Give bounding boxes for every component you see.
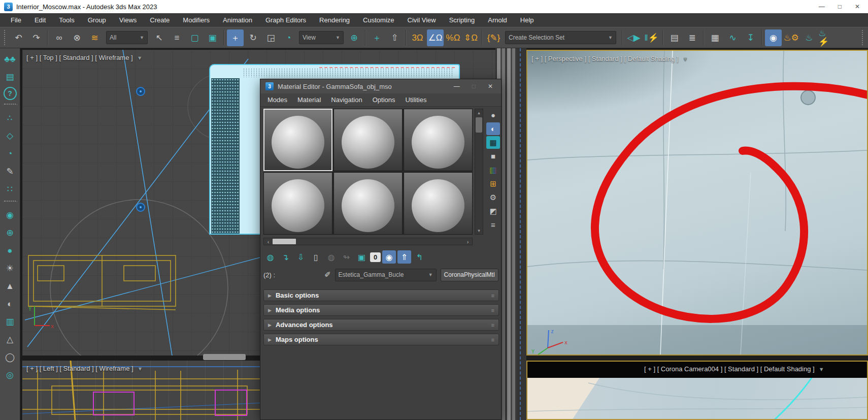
material-slot[interactable] (404, 172, 473, 235)
menu-item[interactable]: File (4, 13, 28, 27)
sample-uv-tiling-icon[interactable]: ■ (486, 150, 500, 163)
slots-horizontal-scrollbar[interactable]: ‹ › (263, 238, 473, 245)
viewport-perspective[interactable]: Y x z [ + ] [ Perspective ] [ Standard ]… (526, 50, 868, 356)
menu-item[interactable]: Utilities (400, 93, 432, 106)
rollout-grip-icon[interactable]: ≡ (491, 307, 494, 313)
rendered-frame-window-icon[interactable]: ♨ (800, 29, 817, 46)
options-icon[interactable]: ⚙ (486, 191, 500, 204)
rollout-grip-icon[interactable]: ≡ (491, 322, 494, 328)
select-and-link-icon[interactable]: ∞ (51, 29, 68, 46)
menu-item[interactable]: Views (113, 13, 143, 27)
material-id-channel-icon[interactable]: 0 (370, 252, 381, 262)
layer-explorer-icon[interactable]: ≣ (684, 29, 700, 46)
reference-coordinate-system-dropdown[interactable]: View ▼ (299, 31, 344, 44)
viewport-filter-icon[interactable]: ▼ (137, 55, 143, 61)
select-by-material-icon[interactable]: ◩ (486, 205, 500, 217)
menu-item[interactable]: Arnold (481, 13, 514, 27)
minimize-button[interactable]: — (819, 3, 825, 10)
menu-item[interactable]: Help (514, 13, 541, 27)
scroll-left-icon[interactable]: ‹ (264, 239, 273, 245)
viewport-camera-label[interactable]: [ + ] [ Corona Camera004 ] [ Standard ] … (644, 365, 815, 373)
camera-icon[interactable]: ◉ (2, 207, 19, 223)
material-editor-icon[interactable]: ◉ (765, 29, 782, 46)
get-material-icon[interactable]: ◍ (263, 250, 277, 264)
schematic-view-icon[interactable]: ↧ (742, 29, 759, 46)
ring-tool-icon[interactable]: ◯ (2, 349, 19, 365)
menu-item[interactable]: Scripting (443, 13, 482, 27)
rollout-grip-icon[interactable]: ≡ (491, 293, 494, 299)
tree-card-icon[interactable]: △ (2, 332, 19, 347)
viewport-corona-camera[interactable]: [ + ] [ Corona Camera004 ] [ Standard ] … (526, 361, 868, 420)
scatter-tool-icon[interactable]: ∴ (2, 110, 19, 126)
undo-icon[interactable]: ↶ (10, 29, 27, 46)
video-color-check-icon[interactable]: ▥ (486, 164, 500, 176)
sun-light-icon[interactable]: ☀ (2, 261, 19, 276)
viewport-splitter-handle[interactable] (203, 354, 246, 360)
select-object-icon[interactable]: ↖ (151, 29, 168, 46)
menu-item[interactable]: Animation (216, 13, 259, 27)
reset-map-icon[interactable]: ▯ (309, 250, 323, 264)
menu-item[interactable]: Options (368, 93, 400, 106)
material-slot[interactable] (404, 109, 473, 171)
material-slot[interactable] (263, 172, 332, 235)
use-pivot-point-center-icon[interactable]: ⊕ (346, 29, 362, 46)
notes-document-icon[interactable]: ▤ (2, 69, 19, 85)
snap-toggle-3d-icon[interactable]: 3Ω (409, 29, 426, 46)
material-editor-title-bar[interactable]: 3 Material Editor - GammaSofa_obj_mso — … (260, 79, 501, 93)
pick-material-eyedropper-icon[interactable]: ✐ (324, 270, 331, 279)
menu-item[interactable]: Group (81, 13, 113, 27)
scroll-up-icon[interactable]: ▴ (478, 109, 480, 116)
material-type-button[interactable]: CoronaPhysicalMtl (441, 269, 498, 281)
modify-brush-icon[interactable]: ✎ (2, 164, 19, 179)
material-slot[interactable] (333, 172, 403, 235)
menu-item[interactable]: Edit (28, 13, 52, 27)
viewport-filter-icon[interactable]: ▼ (138, 366, 143, 372)
menu-item[interactable]: Modifiers (176, 13, 216, 27)
menu-item[interactable]: Tools (52, 13, 81, 27)
maximize-button[interactable]: □ (838, 3, 842, 10)
curve-editor-icon[interactable]: ∿ (724, 29, 741, 46)
maximize-button[interactable]: □ (472, 83, 476, 90)
close-button[interactable]: ✕ (488, 83, 493, 90)
viewport-perspective-label[interactable]: [ + ] [ Perspective ] [ Standard ] [ Def… (531, 55, 678, 62)
sphere-stack-icon[interactable]: ◎ (2, 367, 19, 383)
menu-item[interactable]: Civil View (401, 13, 443, 27)
forest-trees-icon[interactable]: ♣♣ (2, 51, 19, 67)
rollout-grip-icon[interactable]: ≡ (491, 337, 494, 343)
scrollbar-thumb[interactable] (273, 239, 296, 244)
rollout-header[interactable]: ▶ Advanced options ≡ (263, 319, 499, 331)
minimize-button[interactable]: — (454, 83, 460, 90)
assign-material-to-selection-icon[interactable]: ⇩ (294, 250, 308, 264)
bind-to-space-warp-icon[interactable]: ≋ (86, 29, 103, 46)
select-by-name-icon[interactable]: ≡ (169, 29, 185, 46)
menu-item[interactable]: Rendering (313, 13, 356, 27)
keyboard-shortcut-override-icon[interactable]: ⇧ (386, 29, 403, 46)
menu-item[interactable]: Material (292, 93, 326, 106)
material-name-dropdown[interactable]: Estetica_Gamma_Bucle ▼ (335, 269, 437, 281)
make-unique-icon[interactable]: ↬ (340, 250, 353, 264)
select-and-place-icon[interactable]: ◔ (280, 29, 297, 46)
saw-tool-icon[interactable]: ◐ (2, 296, 19, 312)
select-and-move-icon[interactable]: ＋ (227, 29, 244, 46)
transform-array-icon[interactable]: ∷ (2, 181, 19, 197)
render-setup-icon[interactable]: ♨⚙ (783, 29, 799, 46)
menu-item[interactable]: Customize (356, 13, 400, 27)
forest-tree-icon[interactable]: ▲ (2, 278, 19, 294)
close-button[interactable]: ✕ (855, 3, 860, 10)
put-material-to-scene-icon[interactable]: ↴ (279, 250, 292, 264)
backlight-icon[interactable]: ◐ (486, 122, 500, 135)
go-to-parent-icon[interactable]: ↰ (413, 250, 426, 264)
put-to-library-icon[interactable]: ▣ (355, 250, 369, 264)
material-slot[interactable] (333, 109, 403, 171)
rollout-header[interactable]: ▶ Basic options ≡ (263, 289, 499, 301)
viewport-top-label[interactable]: [ + ] [ Top ] [ Standard ] [ Wireframe ] (26, 54, 133, 61)
select-and-manipulate-icon[interactable]: ＋ (369, 29, 385, 46)
material-slot[interactable] (263, 109, 332, 171)
scene-explorer-icon[interactable]: ▤ (666, 29, 683, 46)
generate-preview-icon[interactable]: ⊞ (486, 177, 500, 190)
rollout-header[interactable]: ▶ Media options ≡ (263, 304, 499, 316)
viewport-filter-icon[interactable]: ▼ (682, 56, 688, 62)
rollout-header[interactable]: ▶ Maps options ≡ (263, 334, 499, 345)
scroll-right-icon[interactable]: › (463, 239, 472, 245)
mirror-icon[interactable]: ◁▶ (625, 29, 642, 46)
